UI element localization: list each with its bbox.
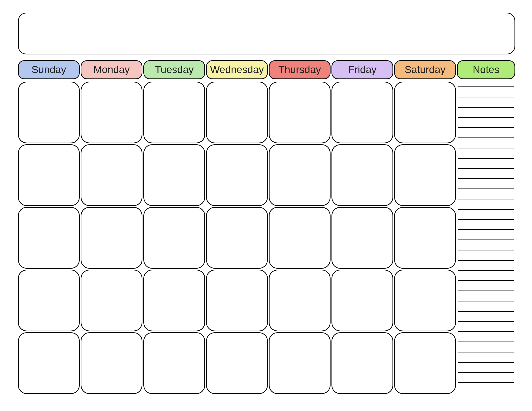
note-line [458,148,514,149]
note-line [458,199,514,199]
day-cell[interactable] [332,144,393,206]
month-title-box[interactable] [18,13,515,54]
day-cell[interactable] [18,270,80,331]
day-cell[interactable] [81,207,142,269]
day-cell[interactable] [394,144,456,206]
day-cell[interactable] [18,82,80,143]
note-line [458,219,514,220]
note-line [458,250,514,251]
header-tuesday: Tuesday [143,60,205,79]
note-line [458,382,514,383]
note-line [458,301,514,301]
day-cell[interactable] [81,144,142,206]
note-line [458,127,514,128]
note-line [458,270,514,271]
note-line [458,342,514,342]
note-line [458,280,514,281]
day-cell[interactable] [18,207,80,269]
day-cell[interactable] [18,144,80,206]
note-line [458,117,514,118]
day-cell[interactable] [394,207,456,269]
note-line [458,240,514,240]
day-cell[interactable] [269,144,331,206]
note-line [458,362,514,363]
note-line [458,178,514,179]
note-line [458,86,514,87]
day-cell[interactable] [206,82,268,143]
day-cell[interactable] [143,332,205,394]
day-cell[interactable] [206,332,268,394]
weekday-header-row: Sunday Monday Tuesday Wednesday Thursday… [18,60,515,79]
note-line [458,138,514,138]
note-line [458,168,514,169]
header-saturday: Saturday [394,60,456,79]
header-sunday: Sunday [18,60,80,79]
day-cell[interactable] [332,82,393,143]
note-line [458,229,514,230]
day-cell[interactable] [18,332,80,394]
day-cell[interactable] [206,207,268,269]
note-line [458,97,514,97]
note-line [458,158,514,159]
calendar-page: Sunday Monday Tuesday Wednesday Thursday… [0,0,532,411]
day-cell[interactable] [206,144,268,206]
notes-lines[interactable] [457,84,515,383]
day-cell[interactable] [332,270,393,331]
header-monday: Monday [81,60,142,79]
note-line [458,331,514,332]
header-thursday: Thursday [269,60,331,79]
calendar-grid [18,82,456,394]
note-line [458,372,514,373]
day-cell[interactable] [332,207,393,269]
day-cell[interactable] [143,82,205,143]
note-line [458,107,514,108]
day-cell[interactable] [81,332,142,394]
note-line [458,321,514,322]
day-cell[interactable] [81,82,142,143]
header-friday: Friday [332,60,393,79]
day-cell[interactable] [269,207,331,269]
note-line [458,311,514,312]
header-wednesday: Wednesday [206,60,268,79]
note-line [458,188,514,189]
note-line [458,260,514,261]
day-cell[interactable] [394,82,456,143]
note-line [458,290,514,291]
day-cell[interactable] [332,332,393,394]
day-cell[interactable] [143,207,205,269]
note-line [458,209,514,210]
day-cell[interactable] [269,332,331,394]
day-cell[interactable] [143,144,205,206]
day-cell[interactable] [81,270,142,331]
header-notes: Notes [457,60,515,79]
day-cell[interactable] [206,270,268,331]
day-cell[interactable] [143,270,205,331]
day-cell[interactable] [269,82,331,143]
day-cell[interactable] [394,270,456,331]
note-line [458,352,514,353]
day-cell[interactable] [394,332,456,394]
day-cell[interactable] [269,270,331,331]
